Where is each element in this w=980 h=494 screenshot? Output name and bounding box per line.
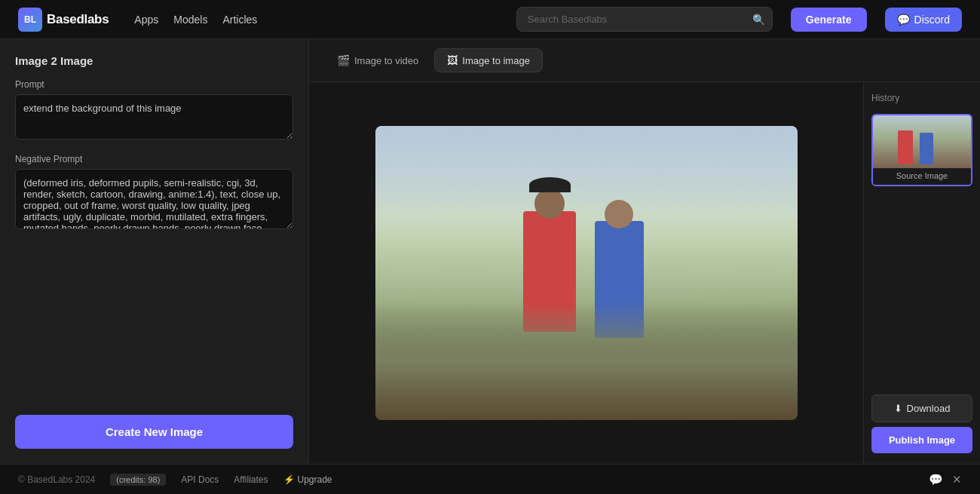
api-docs-link[interactable]: API Docs	[181, 474, 219, 485]
download-label: Download	[907, 403, 951, 414]
logo-icon: BL	[18, 8, 42, 32]
tab-image-to-image[interactable]: 🖼 Image to image	[434, 48, 543, 72]
nav-models[interactable]: Models	[173, 14, 207, 26]
footer: © BasedLabs 2024 (credits: 98) API Docs …	[0, 464, 980, 494]
main-nav: Apps Models Articles	[134, 14, 257, 26]
download-icon: ⬇	[894, 403, 902, 414]
negative-prompt-label: Negative Prompt	[15, 154, 293, 164]
prompt-label: Prompt	[15, 79, 293, 90]
prompt-field: Prompt extend the background of this ima…	[15, 79, 293, 142]
upgrade-link[interactable]: ⚡ Upgrade	[283, 474, 332, 485]
video-tab-icon: 🎬	[337, 54, 350, 66]
grass	[375, 302, 798, 420]
negative-prompt-textarea[interactable]: (deformed iris, deformed pupils, semi-re…	[15, 169, 293, 229]
history-item-0[interactable]: Source Image	[871, 114, 972, 186]
logo[interactable]: BL Basedlabs	[18, 8, 109, 32]
prompt-textarea[interactable]: extend the background of this image	[15, 94, 293, 140]
generate-button[interactable]: Generate	[791, 8, 867, 32]
history-thumbnail	[873, 115, 971, 168]
golf-image	[375, 126, 798, 420]
panel-title: Image 2 Image	[15, 54, 293, 67]
nav-articles[interactable]: Articles	[222, 14, 257, 26]
discord-icon: 💬	[897, 14, 910, 26]
history-sidebar: History Source Image ⬇ Download Publish …	[863, 82, 980, 464]
search-bar: 🔍	[516, 7, 773, 32]
content-area: History Source Image ⬇ Download Publish …	[309, 82, 980, 464]
discord-social-link[interactable]: 💬	[929, 473, 943, 486]
main-image	[375, 126, 798, 420]
negative-prompt-field: Negative Prompt (deformed iris, deformed…	[15, 154, 293, 232]
search-input[interactable]	[516, 7, 773, 32]
footer-social: 💬 ✕	[929, 473, 962, 486]
upgrade-label: Upgrade	[298, 474, 332, 485]
create-new-image-button[interactable]: Create New Image	[15, 415, 293, 449]
tab-image-to-video[interactable]: 🎬 Image to video	[324, 48, 431, 72]
publish-button[interactable]: Publish Image	[871, 427, 972, 453]
twitter-social-link[interactable]: ✕	[952, 473, 962, 486]
image-area	[309, 82, 863, 464]
right-panel: 🎬 Image to video 🖼 Image to image	[309, 39, 980, 464]
left-panel: Image 2 Image Prompt extend the backgrou…	[0, 39, 309, 464]
discord-button[interactable]: 💬 Discord	[885, 8, 962, 32]
thumb-golfer1	[898, 130, 913, 164]
image-tab-icon: 🖼	[447, 54, 458, 66]
tabs-bar: 🎬 Image to video 🖼 Image to image	[309, 39, 980, 82]
sky	[375, 126, 798, 244]
history-title: History	[871, 93, 972, 103]
nav-apps[interactable]: Apps	[134, 14, 158, 26]
action-buttons: ⬇ Download Publish Image	[871, 394, 972, 453]
credits-badge: (credits: 98)	[110, 474, 166, 486]
upgrade-icon: ⚡	[283, 474, 295, 485]
copyright: © BasedLabs 2024	[18, 474, 95, 485]
download-button[interactable]: ⬇ Download	[871, 394, 972, 422]
thumb-golfer2	[920, 133, 933, 164]
logo-text: Basedlabs	[47, 12, 109, 27]
affiliates-link[interactable]: Affiliates	[234, 474, 268, 485]
history-item-label: Source Image	[873, 168, 971, 185]
